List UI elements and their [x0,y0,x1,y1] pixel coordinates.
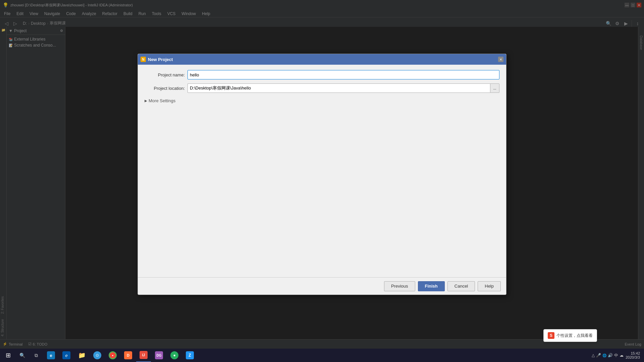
dialog-title: New Project [148,57,173,62]
taskbar-explorer[interactable]: 📁 [74,349,89,362]
taskbar-ie[interactable]: e [44,349,58,362]
mic-icon[interactable]: 🎤 [596,353,601,358]
notify-icon[interactable]: △ [592,353,595,358]
taskbar-right: △ 🎤 🌐 🔊 中 ☁ 15:42 2020/3/3 [592,351,643,359]
taskbar-360[interactable]: ⊙ [90,349,105,362]
network-icon[interactable]: 🌐 [602,354,606,357]
project-location-row: Project location: ... [145,83,499,93]
taskbar-chrome[interactable]: ● [105,349,120,362]
app1-icon: ● [170,351,178,359]
clock-date: 2020/3/3 [626,355,640,359]
dialog-title-icon: N [141,57,146,62]
more-settings-section[interactable]: ▶ More Settings [145,97,499,105]
start-button[interactable]: ⊞ [1,349,15,362]
intellij-icon: IJ [140,351,148,359]
tooltip-popup[interactable]: S 个性设置，点我看看 [543,329,597,342]
taskbar-zoom[interactable]: Z [182,349,197,362]
taskbar-dev[interactable]: D [121,349,136,362]
360-icon: ⊙ [93,351,101,359]
input-method[interactable]: 中 [614,353,618,358]
project-name-input[interactable] [187,70,499,79]
project-location-label: Project location: [145,86,185,91]
dialog-overlay: N New Project ✕ Project name: Project lo… [0,0,644,349]
project-name-label: Project name: [145,72,185,77]
search-button[interactable]: 🔍 [15,349,29,362]
speaker-icon[interactable]: 🔊 [608,353,613,358]
project-name-row: Project name: [145,70,499,79]
datagrip-icon: DG [155,351,163,359]
cancel-button[interactable]: Cancel [447,281,475,291]
win-taskbar: ⊞ 🔍 ⧉ e e 📁 ⊙ ● D IJ DG ● Z [0,349,644,362]
explorer-icon: 📁 [78,351,86,359]
help-button[interactable]: Help [478,281,501,291]
dialog-footer: Previous Finish Cancel Help [138,277,506,295]
new-project-dialog: N New Project ✕ Project name: Project lo… [138,54,506,295]
taskbar-datagrip[interactable]: DG [152,349,166,362]
chrome-icon: ● [109,351,117,359]
dialog-close-button[interactable]: ✕ [498,57,503,62]
zoom-icon: Z [186,351,194,359]
taskbar-edge[interactable]: e [59,349,74,362]
browse-button[interactable]: ... [490,83,499,93]
taskbar-apps: e e 📁 ⊙ ● D IJ DG ● Z [44,349,591,362]
sys-tray: △ 🎤 🌐 🔊 中 ☁ [592,353,624,358]
project-location-field: ... [187,83,499,93]
dialog-content: Project name: Project location: ... ▶ Mo… [138,65,506,277]
edge-icon: e [62,351,70,359]
ie-icon: e [47,351,55,359]
clock-display[interactable]: 15:42 2020/3/3 [626,351,640,359]
dialog-title-controls: ✕ [498,57,503,62]
previous-button[interactable]: Previous [384,281,415,291]
dialog-title-bar: N New Project ✕ [138,54,506,65]
weather-icon[interactable]: ☁ [620,353,624,358]
task-view-button[interactable]: ⧉ [30,349,43,362]
project-location-input[interactable] [187,83,490,93]
more-settings-arrow: ▶ [145,99,147,103]
clock-time: 15:42 [626,351,640,355]
more-settings-label: More Settings [149,98,175,103]
taskbar-intellij[interactable]: IJ [136,349,151,362]
tooltip-text: 个性设置，点我看看 [556,333,593,339]
taskbar-app1[interactable]: ● [167,349,182,362]
tooltip-s-icon: S [548,332,554,339]
finish-button[interactable]: Finish [418,281,445,291]
dev-icon: D [124,351,132,359]
